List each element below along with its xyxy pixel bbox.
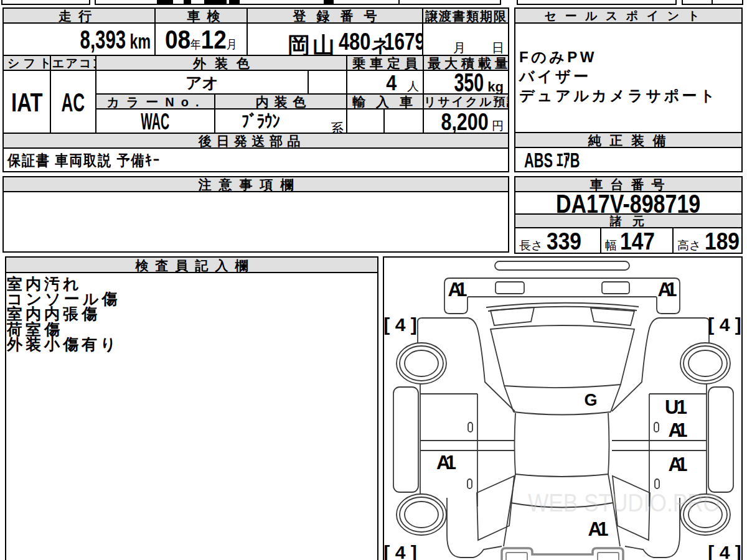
svg-text:A1: A1 bbox=[448, 279, 467, 301]
svg-text:A1: A1 bbox=[436, 452, 456, 474]
svg-text:U1: U1 bbox=[665, 396, 687, 418]
svg-text:G: G bbox=[584, 391, 597, 409]
svg-text:[ 4 ]: [ 4 ] bbox=[708, 314, 741, 335]
svg-text:A1: A1 bbox=[588, 518, 609, 540]
svg-text:A1: A1 bbox=[669, 454, 688, 475]
svg-text:[ 4 ]: [ 4 ] bbox=[383, 542, 416, 560]
svg-text:A1: A1 bbox=[658, 279, 677, 301]
svg-text:[ 4 ]: [ 4 ] bbox=[383, 314, 416, 335]
svg-text:[ 4 ]: [ 4 ] bbox=[708, 542, 741, 560]
svg-text:A1: A1 bbox=[669, 419, 688, 441]
